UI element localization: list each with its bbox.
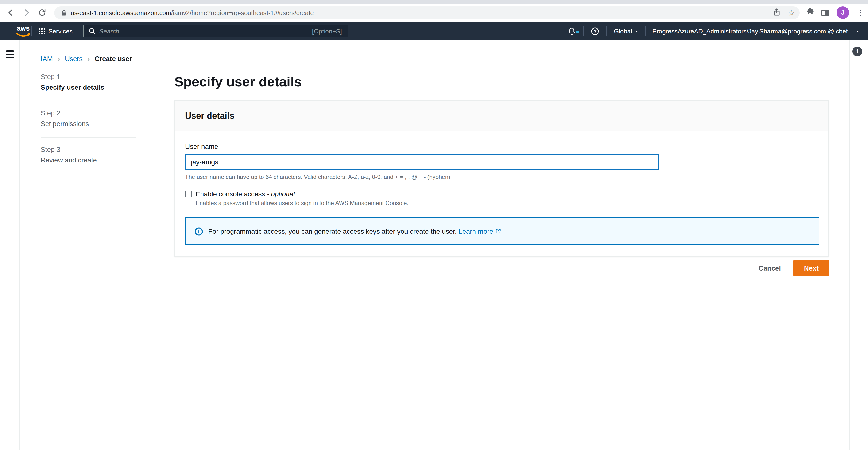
help-button[interactable]: ?: [584, 26, 607, 36]
wizard-actions: Cancel Next: [758, 260, 829, 276]
info-alert-text: For programmatic access, you can generat…: [208, 227, 502, 235]
step-divider: [41, 101, 135, 101]
aws-navbar: aws Services Search [Option+S] ?: [0, 22, 868, 40]
page-title: Specify user details: [175, 74, 302, 90]
browser-menu-icon[interactable]: ⋮: [857, 8, 864, 17]
region-label: Global: [614, 27, 632, 35]
browser-tabstrip: [0, 0, 868, 4]
step-title-specify-user-details[interactable]: Specify user details: [41, 83, 135, 91]
services-menu[interactable]: Services: [39, 22, 73, 40]
share-icon[interactable]: [773, 8, 780, 18]
cancel-button[interactable]: Cancel: [758, 264, 781, 272]
services-label: Services: [49, 27, 73, 35]
notification-dot: [576, 30, 579, 33]
card-title: User details: [185, 111, 818, 121]
avatar[interactable]: J: [837, 6, 849, 19]
left-divider: [20, 40, 20, 450]
navbar-divider: [31, 26, 32, 36]
learn-more-link[interactable]: Learn more: [459, 227, 501, 235]
console-access-label[interactable]: Enable console access - optional: [196, 190, 295, 198]
chevron-down-icon: ▼: [856, 29, 859, 33]
step-title-review-and-create[interactable]: Review and create: [41, 156, 135, 164]
step-item-1: Step 1 Specify user details: [41, 73, 135, 91]
info-alert: For programmatic access, you can generat…: [185, 217, 819, 245]
console-access-help-text: Enables a password that allows users to …: [196, 199, 818, 207]
username-label: User name: [185, 143, 218, 150]
username-help-text: The user name can have up to 64 characte…: [185, 173, 818, 181]
search-placeholder: Search: [99, 27, 312, 35]
url-domain: us-east-1.console.aws.amazon.com: [71, 9, 171, 17]
url-path: /iamv2/home?region=ap-southeast-1#/users…: [171, 9, 314, 17]
wizard-steps: Step 1 Specify user details Step 2 Set p…: [41, 73, 135, 164]
bookmark-star-icon[interactable]: ☆: [788, 9, 795, 17]
search-icon: [89, 28, 95, 34]
lock-icon: [61, 10, 67, 16]
search-input[interactable]: Search [Option+S]: [83, 25, 348, 37]
step-label: Step 3: [41, 145, 135, 153]
url-bar[interactable]: us-east-1.console.aws.amazon.com/iamv2/h…: [54, 6, 800, 20]
breadcrumb: IAM › Users › Create user: [41, 54, 132, 62]
aws-logo[interactable]: aws: [14, 25, 32, 37]
step-label: Step 1: [41, 73, 135, 81]
side-panel-icon[interactable]: [822, 9, 829, 16]
chevron-down-icon: ▼: [635, 29, 639, 33]
account-label: ProgressAzureAD_Administrators/Jay.Sharm…: [652, 27, 853, 35]
breadcrumb-link-users[interactable]: Users: [65, 55, 83, 62]
back-icon[interactable]: [3, 5, 18, 20]
step-item-3: Step 3 Review and create: [41, 145, 135, 164]
svg-text:?: ?: [594, 29, 597, 34]
right-divider: [849, 40, 849, 450]
notifications-button[interactable]: [561, 26, 583, 36]
browser-toolbar: us-east-1.console.aws.amazon.com/iamv2/h…: [0, 4, 868, 22]
page: us-east-1.console.aws.amazon.com/iamv2/h…: [0, 0, 868, 450]
region-selector[interactable]: Global ▼: [607, 27, 645, 35]
user-details-card: User details User name The user name can…: [175, 101, 829, 256]
help-icon: ?: [591, 26, 600, 36]
step-title-set-permissions[interactable]: Set permissions: [41, 120, 135, 128]
content-area: i IAM › Users › Create user Step 1 Speci…: [0, 40, 868, 450]
card-body: User name The user name can have up to 6…: [175, 132, 828, 256]
services-grid-icon: [39, 28, 45, 34]
hamburger-menu-icon[interactable]: [6, 51, 13, 58]
username-input[interactable]: [185, 154, 659, 170]
account-menu[interactable]: ProgressAzureAD_Administrators/Jay.Sharm…: [646, 27, 862, 35]
optional-label: - optional: [267, 190, 295, 198]
reload-icon[interactable]: [35, 5, 50, 20]
console-access-checkbox[interactable]: [185, 191, 192, 197]
step-divider: [41, 137, 135, 138]
step-label: Step 2: [41, 109, 135, 117]
next-button[interactable]: Next: [794, 260, 829, 276]
search-shortcut: [Option+S]: [312, 27, 342, 35]
forward-icon[interactable]: [20, 5, 34, 20]
info-panel-icon[interactable]: i: [852, 47, 862, 56]
breadcrumb-current: Create user: [95, 55, 132, 62]
bell-icon: [567, 26, 577, 36]
step-item-2: Step 2 Set permissions: [41, 109, 135, 128]
url-text: us-east-1.console.aws.amazon.com/iamv2/h…: [71, 9, 314, 17]
extensions-icon[interactable]: [806, 7, 814, 18]
info-circle-icon: [195, 227, 203, 235]
aws-logo-text: aws: [14, 25, 32, 31]
breadcrumb-separator-icon: ›: [87, 54, 90, 62]
breadcrumb-link-iam[interactable]: IAM: [41, 55, 53, 62]
breadcrumb-separator-icon: ›: [58, 54, 60, 62]
card-header: User details: [175, 101, 828, 132]
external-link-icon: [495, 228, 502, 235]
